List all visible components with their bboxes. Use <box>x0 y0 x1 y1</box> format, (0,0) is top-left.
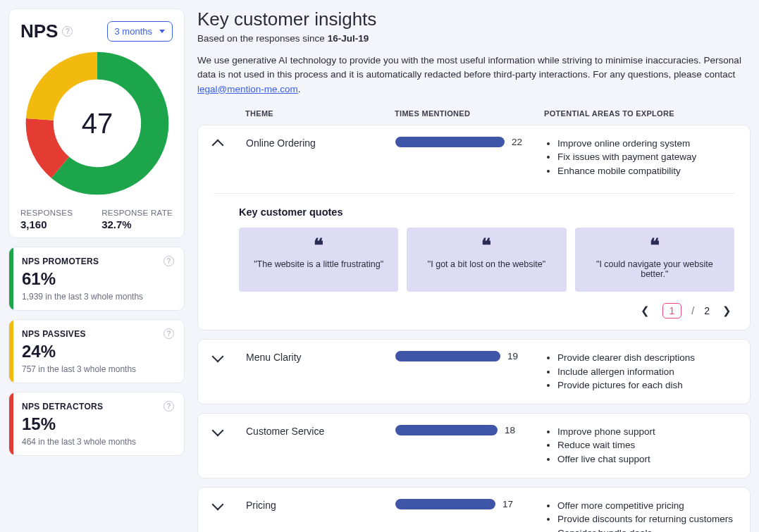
bar-value: 18 <box>505 425 515 435</box>
insights-title: Key customer insights <box>197 8 751 30</box>
times-mentioned: 19 <box>395 351 536 361</box>
areas-list: Improve online ordering systemFix issues… <box>545 137 734 178</box>
quote-icon: ❝ <box>416 239 556 254</box>
quote-text: "I could navigate your website better." <box>585 259 724 279</box>
chevron-down-icon <box>212 351 224 363</box>
bar-value: 19 <box>507 351 518 361</box>
quote-icon: ❝ <box>585 239 724 254</box>
help-icon[interactable]: ? <box>163 401 174 412</box>
segment-subtext: 1,939 in the last 3 whole months <box>22 292 174 302</box>
theme-card: Online Ordering22Improve online ordering… <box>197 125 751 330</box>
bar-fill <box>395 499 495 509</box>
area-item: Include allergen information <box>557 365 734 379</box>
period-select-label: 3 months <box>115 26 152 37</box>
segment-title: NPS PROMOTERS <box>22 256 99 266</box>
bar-fill <box>395 351 500 361</box>
theme-name: Online Ordering <box>246 137 387 149</box>
themes-header-row: THEME TIMES MENTIONED POTENTIAL AREAS TO… <box>197 109 751 125</box>
theme-card: Pricing17Offer more competitive pricingP… <box>197 487 751 532</box>
period-select[interactable]: 3 months <box>107 21 173 42</box>
theme-name: Pricing <box>246 499 387 511</box>
expand-toggle[interactable] <box>214 351 237 361</box>
area-item: Provide clearer dish descriptions <box>557 351 734 365</box>
area-item: Enhance mobile compatibility <box>557 164 734 178</box>
bar-fill <box>395 137 505 147</box>
quote-box: ❝"The website is a little frustrating" <box>239 228 398 292</box>
expand-toggle[interactable] <box>214 137 237 149</box>
help-icon[interactable]: ? <box>62 26 73 37</box>
pager-prev[interactable]: ❮ <box>638 303 653 318</box>
times-mentioned: 18 <box>395 425 536 435</box>
pager-sep: / <box>691 305 694 316</box>
segment-stripe <box>9 247 13 310</box>
nps-card: NPS ? 3 months 47 <box>8 8 185 238</box>
theme-name: Customer Service <box>246 425 387 437</box>
insights-subtitle: Based on the responses since 16-Jul-19 <box>197 33 751 44</box>
area-item: Fix issues with payment gateway <box>557 150 734 164</box>
quote-box: ❝"I could navigate your website better." <box>575 228 734 292</box>
help-icon[interactable]: ? <box>163 256 174 266</box>
segment-subtext: 464 in the last 3 whole months <box>22 437 174 447</box>
help-icon[interactable]: ? <box>163 328 174 339</box>
pager-total[interactable]: 2 <box>704 305 710 316</box>
areas-list: Improve phone supportReduce wait timesOf… <box>545 425 734 466</box>
response-rate-value: 32.7% <box>101 218 173 230</box>
area-item: Offer live chat support <box>557 452 734 466</box>
chevron-up-icon <box>212 139 224 151</box>
nps-score: 47 <box>20 47 174 200</box>
expand-toggle[interactable] <box>214 499 237 509</box>
col-theme: THEME <box>245 109 386 118</box>
quote-text: "The website is a little frustrating" <box>249 259 388 269</box>
areas-list: Offer more competitive pricingProvide di… <box>545 499 734 532</box>
segment-card[interactable]: NPS PROMOTERS?61%1,939 in the last 3 who… <box>8 247 185 311</box>
areas-list: Provide clearer dish descriptionsInclude… <box>545 351 734 392</box>
col-areas: POTENTIAL AREAS TO EXPLORE <box>544 109 735 118</box>
segment-percent: 61% <box>22 269 174 289</box>
bar-fill <box>395 425 498 435</box>
segment-title: NPS PASSIVES <box>22 329 86 339</box>
segment-stripe <box>9 392 13 455</box>
segment-stripe <box>9 320 13 383</box>
quote-text: "I got a bit lost on the website" <box>416 259 556 269</box>
area-item: Improve online ordering system <box>557 137 734 151</box>
chevron-down-icon <box>159 30 165 33</box>
quotes-pager: ❮1/2❯ <box>239 303 734 318</box>
responses-value: 3,160 <box>20 218 73 230</box>
col-times: TIMES MENTIONED <box>395 109 536 118</box>
segment-percent: 15% <box>22 414 174 434</box>
segment-card[interactable]: NPS DETRACTORS?15%464 in the last 3 whol… <box>8 392 185 456</box>
area-item: Improve phone support <box>557 425 734 439</box>
segment-title: NPS DETRACTORS <box>22 402 103 412</box>
disclaimer-text: We use generative AI technology to provi… <box>197 54 751 97</box>
pager-current[interactable]: 1 <box>662 303 682 318</box>
theme-card: Menu Clarity19Provide clearer dish descr… <box>197 339 751 404</box>
segment-subtext: 757 in the last 3 whole months <box>22 364 174 374</box>
area-item: Reduce wait times <box>557 438 734 452</box>
quote-icon: ❝ <box>249 239 388 254</box>
chevron-down-icon <box>212 424 224 436</box>
segment-card[interactable]: NPS PASSIVES?24%757 in the last 3 whole … <box>8 319 185 383</box>
theme-name: Menu Clarity <box>246 351 387 363</box>
nps-donut-chart: 47 <box>20 47 174 200</box>
bar-value: 17 <box>502 499 513 509</box>
theme-card: Customer Service18Improve phone supportR… <box>197 413 751 478</box>
responses-label: RESPONSES <box>20 209 73 217</box>
nps-title: NPS <box>20 20 58 42</box>
segment-percent: 24% <box>22 342 174 361</box>
quote-box: ❝"I got a bit lost on the website" <box>407 228 566 292</box>
area-item: Provide discounts for returning customer… <box>557 512 734 526</box>
times-mentioned: 22 <box>395 137 536 147</box>
quotes-title: Key customer quotes <box>239 206 734 218</box>
bar-value: 22 <box>512 137 522 147</box>
legal-link[interactable]: legal@mention-me.com <box>197 84 298 94</box>
quotes-section: Key customer quotes❝"The website is a li… <box>214 193 734 318</box>
area-item: Offer more competitive pricing <box>557 499 734 513</box>
area-item: Consider bundle deals <box>557 526 734 532</box>
response-rate-label: RESPONSE RATE <box>101 209 173 217</box>
area-item: Provide pictures for each dish <box>557 378 734 392</box>
expand-toggle[interactable] <box>214 425 237 435</box>
times-mentioned: 17 <box>395 499 536 509</box>
chevron-down-icon <box>212 498 224 510</box>
pager-next[interactable]: ❯ <box>720 303 734 318</box>
